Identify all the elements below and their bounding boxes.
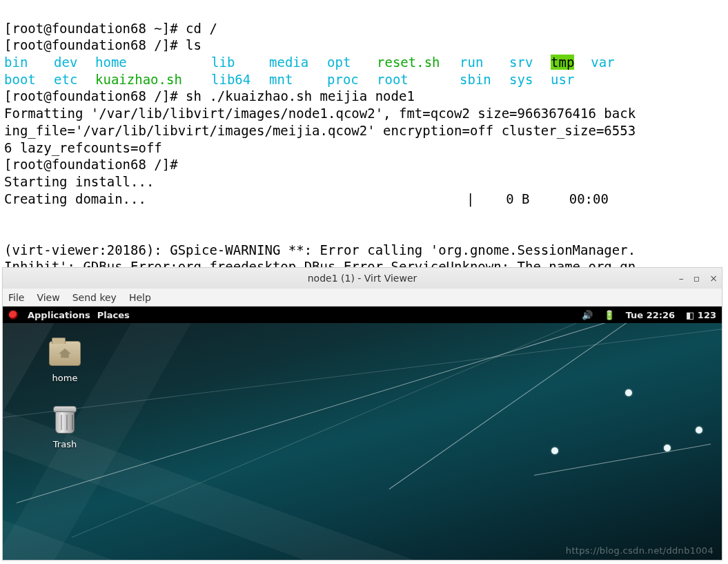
wallpaper-node [625, 389, 632, 396]
ls-entry-etc: etc [54, 71, 95, 88]
guest-desktop[interactable]: home Trash https://blog.csdn.net/ddnb100… [3, 323, 722, 560]
ls-entry-mnt: mnt [269, 71, 327, 88]
prompt: [root@foundation68 ~]# [4, 21, 186, 36]
wallpaper-line [3, 326, 722, 420]
ls-entry-dev: dev [54, 54, 95, 71]
maximize-button[interactable]: ▫ [693, 273, 700, 284]
window-titlebar[interactable]: node1 (1) - Virt Viewer – ▫ × [3, 268, 722, 289]
ls-entry-var: var [591, 55, 614, 70]
output-line: Creating domain... [4, 191, 466, 208]
virt-viewer-window: node1 (1) - Virt Viewer – ▫ × File View … [2, 267, 722, 561]
ls-entry-boot: boot [4, 71, 54, 88]
ls-entry-run: run [460, 54, 509, 71]
ls-entry-kuaizhao-sh: kuaizhao.sh [95, 71, 211, 88]
menu-view[interactable]: View [37, 292, 59, 303]
cmd-sh-kuaizhao: sh ./kuaizhao.sh meijia node1 [186, 88, 415, 104]
desktop-icon-trash[interactable]: Trash [41, 405, 89, 449]
output-line: ing_file='/var/lib/libvirt/images/meijia… [4, 123, 636, 138]
ls-entry-srv: srv [509, 54, 551, 71]
ls-entry-proc: proc [327, 71, 377, 88]
wallpaper-node [696, 427, 702, 434]
progress-readout: | 0 B 00:00 [466, 191, 624, 208]
panel-clock[interactable]: Tue 22:26 [626, 310, 675, 320]
ls-entry-usr: usr [551, 72, 574, 87]
ls-entry-sys: sys [509, 71, 551, 88]
menu-help[interactable]: Help [129, 292, 151, 303]
ls-entry-tmp: tmp [551, 55, 574, 70]
menu-bar: File View Send key Help [3, 289, 722, 307]
icon-label: home [41, 373, 89, 383]
ls-entry-media: media [269, 54, 327, 71]
close-button[interactable]: × [709, 273, 718, 284]
ls-entry-opt: opt [327, 54, 377, 71]
terminal-output[interactable]: [root@foundation68 ~]# cd / [root@founda… [0, 0, 728, 295]
output-line: Formatting '/var/lib/libvirt/images/node… [4, 106, 636, 121]
desktop-icon-home[interactable]: home [41, 338, 89, 383]
ls-entry-lib: lib [211, 54, 269, 71]
icon-label: Trash [41, 439, 89, 449]
wallpaper-line [72, 323, 694, 538]
menu-send-key[interactable]: Send key [72, 292, 117, 303]
battery-icon[interactable]: 🔋 [604, 310, 615, 320]
panel-applications[interactable]: Applications [28, 310, 90, 320]
cmd-cd: cd / [186, 21, 217, 36]
folder-home-icon [49, 341, 81, 366]
trash-icon [53, 406, 77, 434]
prompt: [root@foundation68 /]# [4, 88, 186, 104]
prompt: [root@foundation68 /]# [4, 157, 186, 172]
wallpaper-node [664, 445, 671, 451]
ls-entry-bin: bin [4, 54, 54, 71]
volume-icon[interactable]: 🔊 [582, 310, 593, 320]
watermark-text: https://blog.csdn.net/ddnb1004 [566, 545, 714, 556]
window-title: node1 (1) - Virt Viewer [308, 273, 417, 284]
prompt: [root@foundation68 /]# [4, 37, 186, 52]
ls-entry-lib64: lib64 [211, 71, 269, 88]
wallpaper-line [534, 444, 711, 476]
output-line: (virt-viewer:20186): GSpice-WARNING **: … [4, 242, 636, 257]
guest-top-panel: Applications Places 🔊 🔋 Tue 22:26 ◧ 123 [3, 307, 722, 323]
output-line: Starting install... [4, 174, 154, 189]
ls-entry-root: root [377, 71, 460, 88]
cmd-ls: ls [186, 37, 201, 52]
ls-entry-reset-sh: reset.sh [377, 54, 460, 71]
panel-places[interactable]: Places [97, 310, 130, 320]
minimize-button[interactable]: – [679, 273, 684, 284]
output-line: 6 lazy_refcounts=off [4, 140, 162, 155]
wallpaper-node [551, 447, 558, 454]
distro-icon [8, 310, 18, 320]
wallpaper-line [17, 323, 716, 503]
notification-badge[interactable]: ◧ 123 [686, 310, 716, 320]
menu-file[interactable]: File [8, 292, 24, 303]
ls-entry-sbin: sbin [460, 71, 509, 88]
ls-entry-home: home [95, 54, 211, 71]
